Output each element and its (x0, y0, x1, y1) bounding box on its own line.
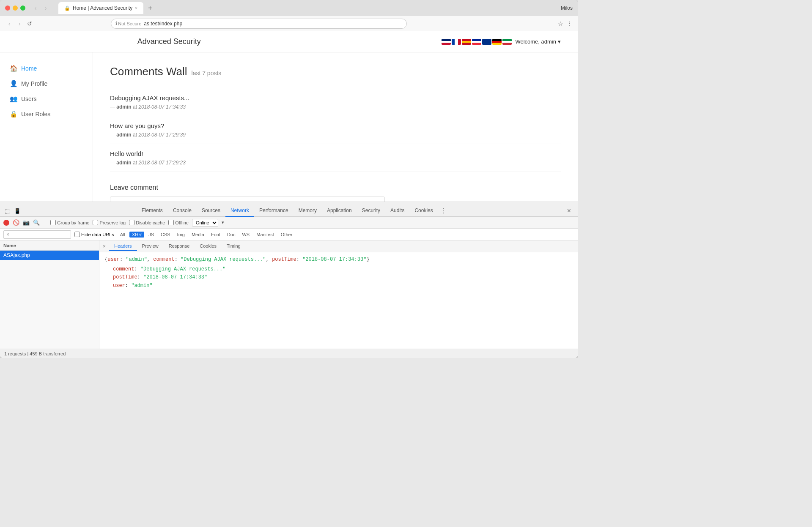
flag-fr[interactable] (472, 39, 481, 45)
flag-it[interactable] (502, 39, 512, 45)
group-by-frame-checkbox[interactable]: Group by frame (50, 220, 89, 225)
detail-tab-cookies[interactable]: Cookies (195, 242, 222, 251)
filter-img[interactable]: Img (175, 232, 187, 238)
flag-uk[interactable] (442, 39, 451, 45)
comment-author-3: admin (116, 160, 131, 166)
tab-cookies[interactable]: Cookies (409, 205, 438, 217)
tab-audits[interactable]: Audits (385, 205, 409, 217)
comment-at-2: at (133, 132, 138, 138)
devtools-more-icon[interactable]: ⋮ (438, 207, 448, 216)
forward-button[interactable]: › (41, 4, 50, 12)
devtools-inspect-icon[interactable]: ⬚ (3, 207, 11, 215)
filter-clear-icon[interactable]: × (6, 232, 9, 238)
hide-data-urls-checkbox[interactable]: Hide data URLs (74, 232, 114, 237)
filter-all[interactable]: All (118, 232, 128, 238)
filter-other[interactable]: Other (278, 232, 295, 238)
tab-performance[interactable]: Performance (254, 205, 294, 217)
response-content: {user: "admin", comment: "Debugging AJAX… (99, 252, 578, 349)
devtools-device-icon[interactable]: 📱 (14, 207, 21, 215)
sidebar-item-users[interactable]: 👥 Users (0, 91, 93, 106)
tab-network[interactable]: Network (225, 205, 254, 217)
sidebar-users-label: Users (21, 96, 37, 102)
close-traffic-light[interactable] (5, 5, 10, 11)
comment-author-1: admin (116, 104, 131, 110)
devtools-tab-bar: ⬚ 📱 Elements Console Sources Network Per… (0, 202, 578, 217)
record-button[interactable] (3, 220, 9, 226)
tab-elements[interactable]: Elements (137, 205, 168, 217)
bookmark-icon[interactable]: ☆ (558, 20, 563, 27)
sidebar-item-my-profile[interactable]: 👤 My Profile (0, 76, 93, 91)
filter-font[interactable]: Font (208, 232, 223, 238)
comment-textarea[interactable] (110, 197, 385, 202)
network-toolbar: 🚫 📷 🔍 Group by frame Preserve log Disabl… (0, 217, 578, 229)
title-bar: ‹ › 🔒 Home | Advanced Security × + Milos (0, 0, 578, 16)
sidebar-item-home[interactable]: 🏠 Home (0, 61, 93, 76)
comment-at-1: at (133, 104, 138, 110)
nav-forward-button[interactable]: › (15, 19, 24, 28)
detail-close-icon[interactable]: × (103, 243, 106, 249)
flag-se[interactable] (482, 39, 491, 45)
browser-menu-icon[interactable]: ⋮ (567, 20, 573, 27)
filter-manifest[interactable]: Manifest (254, 232, 277, 238)
toolbar-separator (45, 219, 45, 226)
response-posttime: postTime: "2018-08-07 17:34:33" (104, 273, 573, 281)
welcome-dropdown[interactable]: Welcome, admin ▾ (515, 38, 561, 45)
filter-js[interactable]: JS (146, 232, 156, 238)
tab-memory[interactable]: Memory (294, 205, 322, 217)
comment-at-3: at (133, 160, 138, 166)
filter-ws[interactable]: WS (239, 232, 252, 238)
tab-application[interactable]: Application (322, 205, 357, 217)
filter-xhr[interactable]: XHR (129, 232, 144, 238)
back-button[interactable]: ‹ (31, 4, 40, 12)
detail-tab-preview[interactable]: Preview (137, 242, 164, 251)
sidebar-profile-label: My Profile (21, 80, 47, 87)
flag-de[interactable] (492, 39, 502, 45)
detail-tab-timing[interactable]: Timing (222, 242, 246, 251)
comment-item-2: How are you guys? — admin at 2018-08-07 … (110, 116, 561, 144)
filter-doc[interactable]: Doc (225, 232, 238, 238)
filter-css[interactable]: CSS (158, 232, 173, 238)
tab-security[interactable]: Security (357, 205, 385, 217)
comment-author-2: admin (116, 132, 131, 138)
detail-tab-headers[interactable]: Headers (109, 242, 137, 251)
clear-button[interactable]: 🚫 (13, 219, 19, 226)
filter-media[interactable]: Media (189, 232, 207, 238)
nav-refresh-button[interactable]: ↺ (25, 19, 34, 28)
response-user: user: "admin" (104, 282, 573, 290)
browser-user: Milos (561, 5, 573, 11)
address-input-wrap[interactable]: ℹ Not Secure as.test/index.php (111, 19, 407, 29)
sidebar-item-user-roles[interactable]: 🔒 User Roles (0, 106, 93, 122)
filter-input[interactable] (11, 232, 53, 237)
new-tab-button[interactable]: + (145, 3, 155, 13)
throttle-select[interactable]: Online (192, 219, 218, 227)
comment-item-1: Debugging AJAX requests... — admin at 20… (110, 88, 561, 116)
tab-sources[interactable]: Sources (197, 205, 225, 217)
flag-ru[interactable] (452, 39, 461, 45)
screenshot-button[interactable]: 📷 (23, 219, 30, 226)
users-icon: 👥 (10, 96, 17, 102)
request-item-asajax[interactable]: ASAjax.php (0, 251, 99, 260)
flag-es[interactable] (462, 39, 471, 45)
disable-cache-checkbox[interactable]: Disable cache (129, 220, 165, 225)
sidebar-home-label: Home (21, 65, 37, 72)
maximize-traffic-light[interactable] (20, 5, 25, 11)
devtools-status-bar: 1 requests | 459 B transferred (0, 349, 578, 358)
header-right: Welcome, admin ▾ (442, 38, 561, 45)
comment-text-1: Debugging AJAX requests... (110, 94, 561, 101)
browser-tab[interactable]: 🔒 Home | Advanced Security × (58, 2, 143, 14)
comment-time-2: 2018-08-07 17:29:39 (138, 132, 185, 138)
profile-icon: 👤 (10, 80, 17, 87)
detail-tab-bar: × Headers Preview Response Cookies Timin… (99, 240, 578, 252)
leave-comment-label: Leave comment (110, 184, 561, 191)
preserve-log-checkbox[interactable]: Preserve log (93, 220, 126, 225)
tab-console[interactable]: Console (168, 205, 197, 217)
search-button[interactable]: 🔍 (33, 219, 40, 226)
devtools-close-button[interactable]: × (564, 207, 574, 216)
minimize-traffic-light[interactable] (13, 5, 18, 11)
tab-close-button[interactable]: × (135, 6, 137, 11)
offline-checkbox[interactable]: Offline (168, 220, 189, 225)
browser-window: ‹ › 🔒 Home | Advanced Security × + Milos… (0, 0, 578, 358)
nav-back-button[interactable]: ‹ (5, 19, 14, 28)
language-flags (442, 39, 512, 45)
detail-tab-response[interactable]: Response (164, 242, 195, 251)
